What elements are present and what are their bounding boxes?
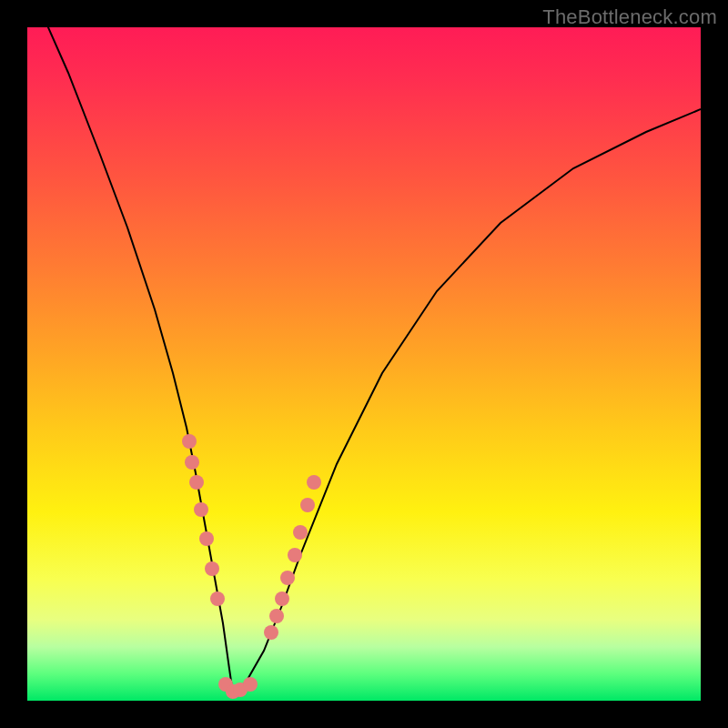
marker-point	[194, 502, 208, 517]
marker-point	[293, 525, 308, 540]
marker-point	[264, 625, 278, 640]
curve-layer	[27, 27, 701, 701]
marker-point	[243, 677, 258, 692]
watermark-text: TheBottleneck.com	[542, 5, 717, 29]
marker-point	[182, 434, 197, 449]
marker-point	[288, 548, 302, 562]
marker-point	[300, 498, 315, 512]
marker-point	[199, 531, 214, 546]
plot-area	[27, 27, 701, 701]
marker-point	[307, 475, 321, 490]
chart-frame: TheBottleneck.com	[0, 0, 728, 728]
marker-group	[182, 434, 321, 699]
marker-point	[280, 571, 295, 585]
marker-point	[210, 592, 225, 606]
marker-point	[269, 609, 284, 623]
marker-point	[189, 475, 204, 490]
marker-point	[185, 455, 199, 470]
marker-point	[275, 592, 289, 606]
bottleneck-curve	[27, 27, 701, 693]
marker-point	[205, 561, 219, 576]
